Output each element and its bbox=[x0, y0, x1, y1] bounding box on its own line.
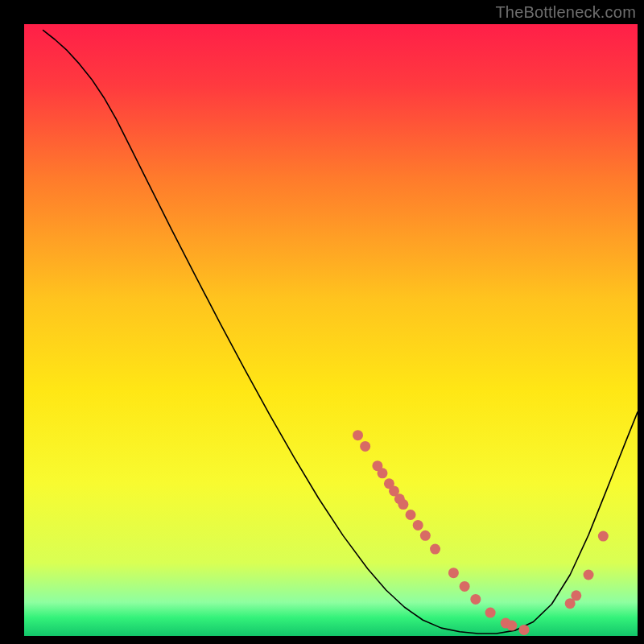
marker-dot bbox=[470, 594, 481, 605]
marker-dot bbox=[378, 468, 388, 478]
marker-dot bbox=[420, 530, 431, 541]
marker-dot bbox=[598, 531, 609, 542]
marker-dot bbox=[360, 441, 370, 452]
marker-dot bbox=[584, 570, 594, 580]
attribution-label: TheBottleneck.com bbox=[495, 3, 636, 22]
marker-dot bbox=[485, 608, 496, 618]
bottleneck-chart bbox=[0, 0, 644, 644]
marker-dot bbox=[506, 621, 517, 631]
marker-dot bbox=[448, 568, 459, 578]
marker-dot bbox=[519, 625, 530, 635]
marker-dot bbox=[413, 520, 423, 530]
marker-dot bbox=[430, 544, 440, 555]
marker-dot bbox=[406, 510, 416, 520]
marker-dot bbox=[460, 581, 470, 592]
marker-dot bbox=[571, 590, 581, 601]
chart-frame: TheBottleneck.com bbox=[0, 0, 644, 644]
marker-dot bbox=[353, 430, 363, 440]
plot-background bbox=[24, 24, 638, 636]
marker-dot bbox=[398, 499, 408, 510]
